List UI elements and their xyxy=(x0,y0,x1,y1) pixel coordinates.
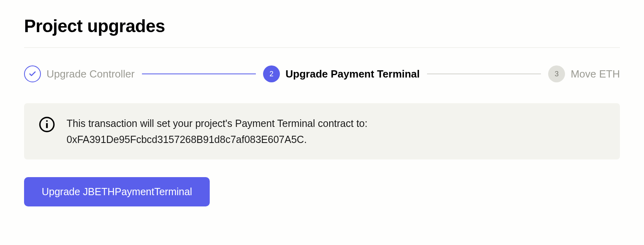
step-upgrade-payment-terminal[interactable]: 2 Upgrade Payment Terminal xyxy=(263,65,420,82)
step-connector xyxy=(142,74,256,74)
step-circle-pending: 3 xyxy=(548,65,565,82)
divider xyxy=(24,47,620,48)
page-title: Project upgrades xyxy=(24,16,620,36)
info-line1: This transaction will set your project's… xyxy=(67,118,367,129)
info-icon xyxy=(38,116,55,133)
stepper: Upgrade Controller 2 Upgrade Payment Ter… xyxy=(24,65,620,82)
step-connector xyxy=(427,74,541,74)
info-box: This transaction will set your project's… xyxy=(24,103,620,159)
step-upgrade-controller[interactable]: Upgrade Controller xyxy=(24,65,135,82)
check-icon xyxy=(28,70,36,78)
step-label: Move ETH xyxy=(571,68,620,80)
step-label: Upgrade Controller xyxy=(47,68,135,80)
step-move-eth[interactable]: 3 Move ETH xyxy=(548,65,620,82)
step-label: Upgrade Payment Terminal xyxy=(286,68,420,80)
info-contract-address: 0xFA391De95Fcbcd3157268B91d8c7af083E607A… xyxy=(67,134,307,145)
svg-point-2 xyxy=(46,120,48,122)
info-text: This transaction will set your project's… xyxy=(67,115,367,147)
step-circle-completed xyxy=(24,65,41,82)
step-circle-active: 2 xyxy=(263,65,280,82)
upgrade-button[interactable]: Upgrade JBETHPaymentTerminal xyxy=(24,177,210,206)
